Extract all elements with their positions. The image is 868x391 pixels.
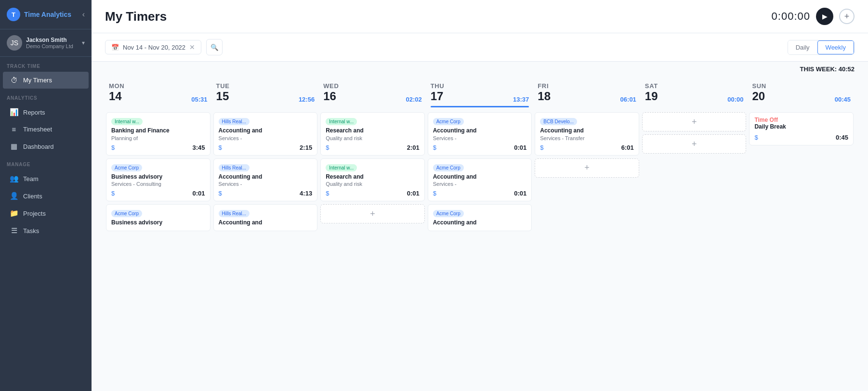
week-summary-label: THIS WEEK: 40:52 xyxy=(92,62,868,77)
sidebar-item-timesheet[interactable]: ≡ Timesheet xyxy=(3,121,89,138)
add-timer-card[interactable]: + xyxy=(320,204,425,223)
day-name-label: TUE xyxy=(216,82,230,90)
timer-card[interactable]: Time Off Daily Break $ 0:45 xyxy=(749,112,854,145)
main-header: My Timers 0:00:00 ▶ + xyxy=(92,0,868,33)
timer-title: Daily Break xyxy=(754,123,848,131)
day-header-wed: WED 16 02:02 xyxy=(319,77,426,111)
timer-card[interactable]: Acme Corp Accounting and Services - $ 0:… xyxy=(428,158,532,202)
sidebar-item-projects[interactable]: 📁 Projects xyxy=(3,205,89,222)
avatar: JS xyxy=(7,35,22,51)
date-clear-button[interactable]: ✕ xyxy=(189,43,195,51)
sidebar-item-clients[interactable]: 👤 Clients xyxy=(3,187,89,205)
dollar-icon: $ xyxy=(326,190,329,197)
sidebar-item-label: Team xyxy=(23,175,39,182)
weekly-view-button[interactable]: Weekly xyxy=(817,40,854,54)
timer-title: Accounting and xyxy=(219,127,313,135)
sidebar-logo-area: T Time Analytics ‹ xyxy=(0,0,92,29)
day-header-sat: SAT 19 00:00 xyxy=(641,77,748,111)
analytics-section-label: ANALYTICS xyxy=(0,89,92,104)
add-timer-card-bottom[interactable]: + xyxy=(642,134,747,154)
add-timer-card[interactable]: + xyxy=(642,112,747,131)
timer-card[interactable]: Hills Real... Accounting and Services - … xyxy=(213,158,318,202)
timer-footer: $ 0:45 xyxy=(754,134,848,141)
sidebar-item-dashboard[interactable]: ▦ Dashboard xyxy=(3,138,89,155)
timer-desc: Services - xyxy=(433,181,527,187)
search-button[interactable]: 🔍 xyxy=(206,39,223,55)
dollar-icon: $ xyxy=(111,190,115,197)
add-timer-button[interactable]: + xyxy=(839,9,855,24)
timer-duration: 3:45 xyxy=(193,144,205,151)
sidebar-item-label: Dashboard xyxy=(23,143,54,150)
timer-card[interactable]: Hills Real... Accounting and Services - … xyxy=(213,112,318,156)
user-name-label: Jackson Smith xyxy=(26,37,78,43)
team-icon: 👥 xyxy=(10,174,18,183)
user-profile-section[interactable]: JS Jackson Smith Demo Company Ltd ▾ xyxy=(0,29,92,57)
calendar-area: MON 14 05:31 TUE 15 12:56 WED 16 02:02 xyxy=(92,77,868,391)
day-name-label: FRI xyxy=(538,82,551,90)
day-number-label: 20 xyxy=(752,90,766,103)
day-header-fri: FRI 18 06:01 xyxy=(534,77,640,111)
timer-desc: Quality and risk xyxy=(326,135,420,141)
day-name-label: THU xyxy=(431,82,445,90)
day-header-tue: TUE 15 12:56 xyxy=(212,77,319,111)
timer-footer: $ 0:01 xyxy=(111,190,205,197)
timer-title: Accounting and xyxy=(433,127,527,135)
day-header-row: SAT 19 00:00 xyxy=(645,82,744,103)
sidebar-item-tasks[interactable]: ☰ Tasks xyxy=(3,222,89,239)
timer-footer: $ 6:01 xyxy=(540,144,634,151)
user-info: Jackson Smith Demo Company Ltd xyxy=(26,37,78,49)
timer-title: Accounting and xyxy=(219,219,313,227)
timer-card[interactable]: Internal w... Research and Quality and r… xyxy=(320,112,425,156)
dollar-icon: $ xyxy=(219,144,222,151)
day-number-label: 16 xyxy=(323,90,339,103)
main-content: My Timers 0:00:00 ▶ + 📅 Nov 14 - Nov 20,… xyxy=(92,0,868,391)
toolbar: 📅 Nov 14 - Nov 20, 2022 ✕ 🔍 Daily Weekly xyxy=(92,33,868,62)
projects-icon: 📁 xyxy=(10,209,18,218)
timer-desc: Services - xyxy=(219,181,313,187)
timer-card[interactable]: Internal w... Banking and Finance Planni… xyxy=(106,112,210,156)
timer-card[interactable]: Internal w... Research and Quality and r… xyxy=(320,158,425,202)
timer-display: 0:00:00 xyxy=(772,10,810,23)
track-time-section-label: TRACK TIME xyxy=(0,57,92,72)
client-badge: Internal w... xyxy=(326,164,357,171)
sidebar-item-label: Reports xyxy=(23,109,45,116)
manage-section-label: MANAGE xyxy=(0,155,92,170)
calendar-grid: MON 14 05:31 TUE 15 12:56 WED 16 02:02 xyxy=(105,77,855,234)
daily-view-button[interactable]: Daily xyxy=(788,40,817,54)
timer-card[interactable]: Acme Corp Accounting and Services - $ 0:… xyxy=(428,112,532,156)
clients-icon: 👤 xyxy=(10,192,18,200)
timer-footer: $ 0:01 xyxy=(433,144,527,151)
timer-duration: 0:45 xyxy=(836,134,848,141)
reports-icon: 📊 xyxy=(10,108,18,117)
day-number-label: 17 xyxy=(431,90,445,103)
dollar-icon: $ xyxy=(433,190,436,197)
day-header-row: TUE 15 12:56 xyxy=(216,82,315,103)
app-name-label: Time Analytics xyxy=(24,11,71,18)
day-name-label: SUN xyxy=(752,82,766,90)
page-title: My Timers xyxy=(105,9,167,24)
timer-card[interactable]: BCB Develo... Accounting and Services - … xyxy=(535,112,639,156)
timer-title: Research and xyxy=(326,173,420,181)
timer-duration: 0:01 xyxy=(514,190,526,197)
sidebar-item-team[interactable]: 👥 Team xyxy=(3,170,89,187)
date-range-picker[interactable]: 📅 Nov 14 - Nov 20, 2022 ✕ xyxy=(105,40,201,54)
timer-card[interactable]: Acme Corp Business advisory Services - C… xyxy=(106,158,210,202)
sidebar-item-label: Tasks xyxy=(23,227,39,235)
timer-duration: 0:01 xyxy=(407,190,420,197)
timer-title: Banking and Finance xyxy=(111,127,205,135)
day-col-tue: Hills Real... Accounting and Services - … xyxy=(212,112,319,234)
day-number-label: 14 xyxy=(109,90,124,103)
sidebar-item-reports[interactable]: 📊 Reports xyxy=(3,104,89,121)
timer-duration: 4:13 xyxy=(300,190,312,197)
play-timer-button[interactable]: ▶ xyxy=(816,8,833,25)
timer-card[interactable]: Hills Real... Accounting and xyxy=(213,204,318,231)
sidebar-item-my-timers[interactable]: ⏱ My Timers xyxy=(3,72,89,89)
sidebar-collapse-button[interactable]: ‹ xyxy=(82,10,85,19)
client-badge: Internal w... xyxy=(326,118,357,125)
timer-card[interactable]: Acme Corp Business advisory xyxy=(106,204,210,231)
chevron-down-icon: ▾ xyxy=(82,39,85,46)
timer-duration: 2:01 xyxy=(407,144,420,151)
add-timer-card[interactable]: + xyxy=(535,158,639,178)
day-header-row: FRI 18 06:01 xyxy=(538,82,636,103)
timer-card[interactable]: Acme Corp Accounting and xyxy=(428,204,532,231)
